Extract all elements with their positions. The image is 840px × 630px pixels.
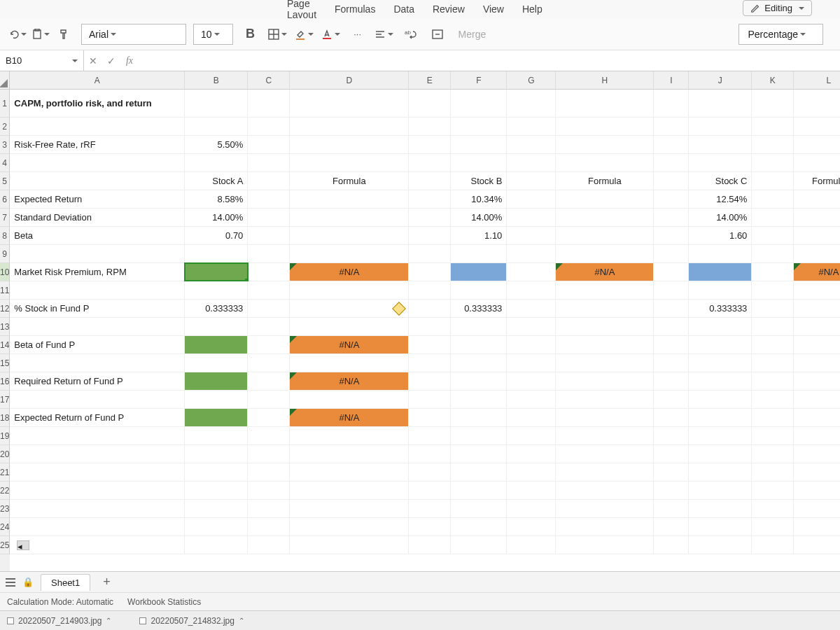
cell[interactable] xyxy=(451,536,507,554)
cell[interactable] xyxy=(10,427,185,444)
cell[interactable] xyxy=(556,482,654,499)
format-painter-button[interactable] xyxy=(55,24,74,44)
number-format-select[interactable]: Percentage xyxy=(738,24,823,45)
cell[interactable] xyxy=(185,445,248,463)
cell[interactable] xyxy=(654,463,689,481)
cell[interactable] xyxy=(409,391,451,408)
col-header[interactable]: K xyxy=(752,71,794,89)
row-header[interactable]: 5 xyxy=(0,172,10,190)
font-name-select[interactable]: Arial xyxy=(81,24,186,45)
cell[interactable] xyxy=(794,245,840,262)
cell[interactable]: % Stock in Fund P xyxy=(10,300,185,317)
cell[interactable] xyxy=(556,409,654,426)
cell[interactable] xyxy=(752,90,794,117)
cell[interactable] xyxy=(752,263,794,281)
row-header[interactable]: 11 xyxy=(0,281,10,300)
cell[interactable] xyxy=(451,500,507,517)
cell[interactable] xyxy=(794,190,840,208)
cell[interactable] xyxy=(654,409,689,426)
cell[interactable] xyxy=(556,118,654,135)
cell[interactable] xyxy=(10,445,185,463)
cell[interactable] xyxy=(556,445,654,463)
cell[interactable] xyxy=(654,118,689,135)
row-header[interactable]: 19 xyxy=(0,427,10,445)
col-header[interactable]: H xyxy=(556,71,654,89)
cell[interactable] xyxy=(248,245,290,262)
row-header[interactable]: 20 xyxy=(0,445,10,463)
cell[interactable]: Formula xyxy=(794,172,840,190)
cell[interactable] xyxy=(290,281,409,299)
cell[interactable] xyxy=(507,536,556,554)
cell[interactable] xyxy=(794,463,840,481)
cell[interactable] xyxy=(10,463,185,481)
cell[interactable] xyxy=(451,482,507,499)
cell[interactable]: Market Risk Premium, RPM xyxy=(10,263,185,281)
cell[interactable] xyxy=(507,154,556,172)
row-header[interactable]: 2 xyxy=(0,118,10,136)
cell[interactable] xyxy=(556,427,654,444)
cell[interactable] xyxy=(654,482,689,499)
row-header[interactable]: 7 xyxy=(0,209,10,227)
cell[interactable] xyxy=(248,300,290,317)
cell[interactable] xyxy=(451,409,507,426)
cell-error[interactable]: #N/A xyxy=(556,263,654,281)
cell[interactable] xyxy=(507,445,556,463)
cell[interactable] xyxy=(185,536,248,554)
cell[interactable] xyxy=(654,227,689,244)
cell[interactable] xyxy=(451,263,507,281)
cell[interactable] xyxy=(10,245,185,262)
cell[interactable] xyxy=(794,281,840,299)
cell[interactable] xyxy=(752,500,794,517)
cell[interactable] xyxy=(794,354,840,372)
cell[interactable] xyxy=(507,209,556,226)
row-header[interactable]: 6 xyxy=(0,190,10,209)
cell[interactable] xyxy=(689,463,752,481)
cell[interactable] xyxy=(290,482,409,499)
cell[interactable]: CAPM, portfolio risk, and return xyxy=(10,90,185,117)
cell[interactable] xyxy=(556,336,654,354)
cell[interactable] xyxy=(248,336,290,354)
cell[interactable] xyxy=(556,90,654,117)
cell[interactable] xyxy=(451,154,507,172)
cell-error[interactable]: #N/A xyxy=(290,372,409,390)
cell[interactable] xyxy=(185,318,248,335)
cell[interactable] xyxy=(556,154,654,172)
col-header[interactable]: B xyxy=(185,71,248,89)
cell[interactable] xyxy=(507,172,556,190)
cell[interactable] xyxy=(689,263,752,281)
select-all-corner[interactable] xyxy=(0,71,10,90)
workbook-stats-label[interactable]: Workbook Statistics xyxy=(127,597,201,607)
cell[interactable] xyxy=(689,391,752,408)
cell[interactable] xyxy=(248,445,290,463)
cell[interactable] xyxy=(507,500,556,517)
cell[interactable] xyxy=(185,336,248,354)
cell[interactable] xyxy=(507,281,556,299)
cell[interactable] xyxy=(654,372,689,390)
cell[interactable] xyxy=(689,536,752,554)
cell[interactable]: 5.50% xyxy=(185,136,248,153)
cell[interactable] xyxy=(507,136,556,153)
cell[interactable] xyxy=(752,482,794,499)
cell[interactable] xyxy=(185,463,248,481)
cell[interactable] xyxy=(654,245,689,262)
col-header[interactable]: F xyxy=(451,71,507,89)
cell[interactable] xyxy=(451,427,507,444)
cancel-formula-button[interactable]: ✕ xyxy=(84,55,102,66)
cell[interactable] xyxy=(290,136,409,153)
cell[interactable] xyxy=(556,227,654,244)
cell[interactable] xyxy=(752,227,794,244)
cell[interactable] xyxy=(794,118,840,135)
row-header[interactable]: 10 xyxy=(0,263,10,281)
cell-error[interactable]: #N/A xyxy=(794,263,840,281)
cell[interactable] xyxy=(451,118,507,135)
cell[interactable] xyxy=(752,427,794,444)
cell[interactable] xyxy=(409,245,451,262)
cell[interactable] xyxy=(451,354,507,372)
cell[interactable] xyxy=(290,427,409,444)
name-box[interactable]: B10 xyxy=(0,50,84,71)
cell[interactable] xyxy=(248,154,290,172)
cell[interactable] xyxy=(794,445,840,463)
all-sheets-button[interactable] xyxy=(6,578,15,587)
cell[interactable] xyxy=(409,172,451,190)
cell[interactable] xyxy=(752,245,794,262)
